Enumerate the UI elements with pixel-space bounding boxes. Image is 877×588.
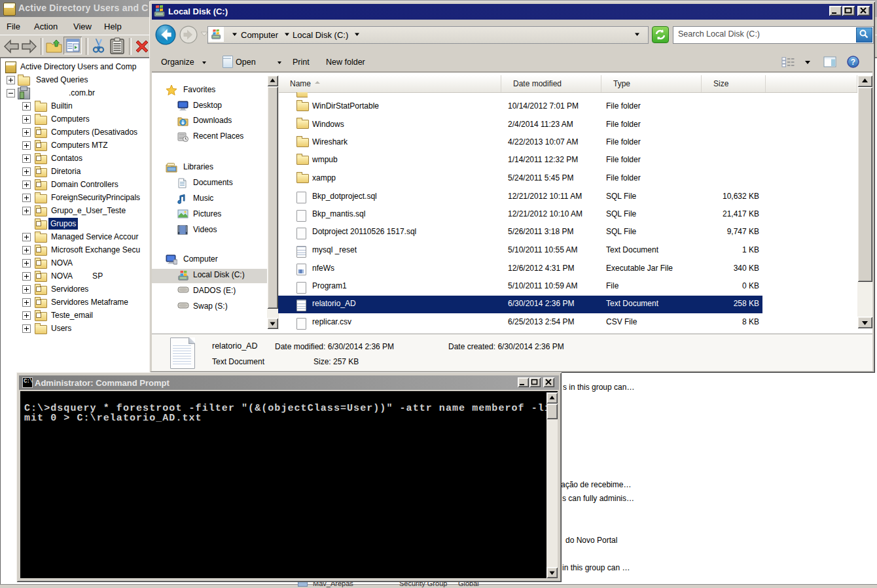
svg-text:?: ? (851, 58, 855, 67)
